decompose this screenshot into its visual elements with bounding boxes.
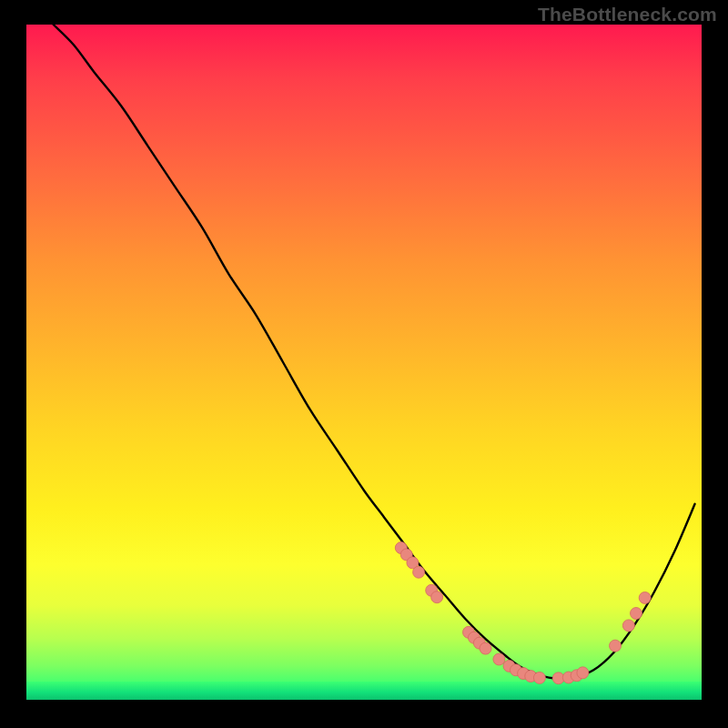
data-marker: [639, 592, 651, 603]
chart-overlay: [26, 25, 702, 700]
plot-area: [26, 25, 702, 700]
data-marker: [622, 620, 634, 632]
data-marker: [413, 566, 425, 578]
data-marker: [493, 653, 505, 665]
attribution-text: TheBottleneck.com: [538, 4, 717, 25]
data-marker: [577, 667, 589, 679]
data-marker: [431, 592, 443, 603]
data-marker: [610, 640, 622, 652]
data-marker: [631, 608, 642, 620]
bottleneck-curve: [54, 25, 695, 679]
chart-frame: [26, 25, 702, 700]
marker-group: [395, 542, 651, 684]
data-marker: [480, 642, 491, 654]
data-marker: [533, 672, 545, 683]
